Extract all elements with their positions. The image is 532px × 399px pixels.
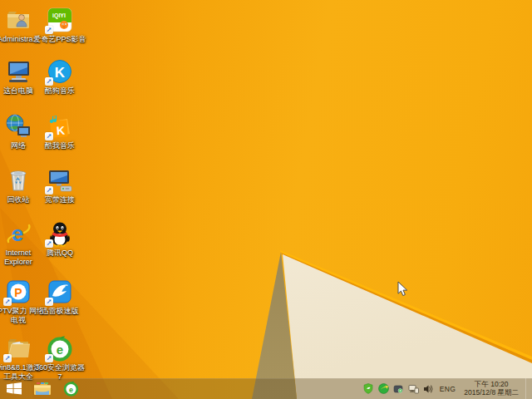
shortcut-arrow-icon: ➚ xyxy=(3,354,12,362)
network-icon xyxy=(408,384,419,394)
svg-text:K: K xyxy=(56,124,65,138)
svg-text:e: e xyxy=(69,386,73,394)
desktop-icon-label: 宽带连接 xyxy=(33,195,86,204)
desktop-icon-360-browser[interactable]: e ➚ 360安全浏览器7 xyxy=(40,335,80,381)
svg-text:iQIYI: iQIYI xyxy=(52,12,66,19)
tray-clock[interactable]: 下午 10:20 2015/12/8 星期二 xyxy=(461,381,521,397)
desktop-icon-label: 迅雷极速版 xyxy=(33,307,86,316)
desktop-icon-label: 酷我音乐 xyxy=(33,141,86,150)
computer-icon xyxy=(5,58,32,85)
shield-icon xyxy=(363,383,373,394)
svg-text:e: e xyxy=(12,221,23,246)
xunlei-bird-icon: ➚ xyxy=(47,278,73,305)
system-tray: ENG 下午 10:20 2015/12/8 星期二 xyxy=(363,378,532,399)
taskbar: e xyxy=(0,378,532,399)
internet-explorer-icon: e xyxy=(5,220,32,247)
qq-penguin-icon: ➚ xyxy=(47,220,73,247)
windows-logo-icon xyxy=(7,382,22,395)
recycle-bin-icon xyxy=(5,167,32,194)
desktop-icon-internet-explorer[interactable]: e Internet Explorer xyxy=(0,220,38,266)
start-button[interactable] xyxy=(0,378,28,399)
folder-icon: ➚ xyxy=(5,335,32,362)
desktop-icon-pptv[interactable]: P ➚ PPTV聚力 网络电视 xyxy=(0,278,38,324)
desktop-icon-label: 腾讯QQ xyxy=(33,249,86,258)
360-browser-icon: e xyxy=(63,381,79,397)
shortcut-arrow-icon: ➚ xyxy=(45,26,53,34)
broadband-connection-icon: ➚ xyxy=(47,167,73,194)
tray-360-shield[interactable] xyxy=(363,383,374,394)
tray-driver-utility[interactable] xyxy=(393,383,404,394)
shortcut-arrow-icon: ➚ xyxy=(45,239,53,248)
svg-text:P: P xyxy=(14,286,22,299)
tray-360-antivirus[interactable] xyxy=(378,383,389,394)
pptv-icon: P ➚ xyxy=(5,278,32,305)
tray-network[interactable] xyxy=(408,383,419,394)
shortcut-arrow-icon: ➚ xyxy=(3,298,12,306)
language-indicator[interactable]: ENG xyxy=(438,385,458,393)
shortcut-arrow-icon: ➚ xyxy=(45,186,53,195)
tray-date: 2015/12/8 星期二 xyxy=(464,389,519,397)
desktop-icon-kuwo[interactable]: K ➚ 酷我音乐 xyxy=(40,113,80,150)
svg-text:K: K xyxy=(55,65,66,81)
taskbar-360-browser[interactable]: e xyxy=(57,378,85,399)
device-icon xyxy=(393,384,403,394)
desktop: Administra... iQIYI ➚ 爱奇艺PPS影音 xyxy=(0,0,532,399)
mouse-cursor xyxy=(397,281,408,297)
network-globe-icon xyxy=(5,113,32,140)
taskbar-file-explorer[interactable] xyxy=(28,378,57,399)
antivirus-icon xyxy=(378,383,389,394)
user-folder-icon xyxy=(5,7,32,33)
360-browser-icon: e ➚ xyxy=(47,335,73,362)
shortcut-arrow-icon: ➚ xyxy=(45,132,53,140)
speaker-icon xyxy=(423,384,433,394)
desktop-icon-xunlei[interactable]: ➚ 迅雷极速版 xyxy=(40,278,80,316)
desktop-icon-label: 酷狗音乐 xyxy=(33,86,86,96)
desktop-icon-broadband[interactable]: ➚ 宽带连接 xyxy=(40,167,80,204)
tray-volume[interactable] xyxy=(423,383,434,394)
desktop-icon-iqiyi-pps[interactable]: iQIYI ➚ 爱奇艺PPS影音 xyxy=(40,7,80,44)
svg-text:e: e xyxy=(57,342,63,357)
kugou-icon: K ➚ xyxy=(47,58,73,85)
desktop-icon-kugou[interactable]: K ➚ 酷狗音乐 xyxy=(40,58,80,96)
shortcut-arrow-icon: ➚ xyxy=(45,77,53,86)
shortcut-arrow-icon: ➚ xyxy=(45,298,53,306)
shortcut-arrow-icon: ➚ xyxy=(45,354,53,362)
file-explorer-icon xyxy=(33,382,52,396)
iqiyi-pps-icon: iQIYI ➚ xyxy=(47,7,73,33)
kuwo-icon: K ➚ xyxy=(47,113,73,140)
desktop-icon-qq[interactable]: ➚ 腾讯QQ xyxy=(40,220,80,258)
show-desktop-button[interactable] xyxy=(525,378,530,399)
desktop-icon-label: 爱奇艺PPS影音 xyxy=(33,35,86,44)
